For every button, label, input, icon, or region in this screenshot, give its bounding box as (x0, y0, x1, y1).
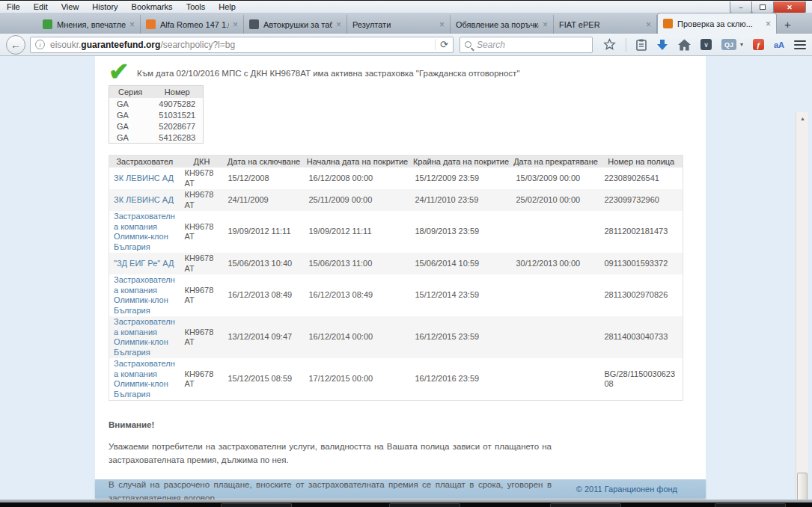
policy-cell: КН9678АТ (180, 316, 224, 358)
policy-cell: 15/06/2014 10:59 (411, 253, 512, 274)
close-window-button[interactable]: ✕ (773, 1, 806, 13)
downloads-icon[interactable] (656, 39, 668, 51)
insurer-name[interactable]: "ЗД ЕИГ Ре" АД (109, 253, 180, 274)
sticker-col-header: Номер (151, 86, 203, 99)
tab-close-icon[interactable]: × (129, 21, 135, 28)
url-bar[interactable]: i eisoukr.guaranteefund.org/searchpolicy… (30, 37, 454, 53)
policy-col-header: Дата на сключване (224, 156, 305, 168)
minimize-button[interactable]: – (730, 1, 752, 13)
menu-view[interactable]: View (55, 1, 86, 12)
browser-tab[interactable]: Автокрушки за таб...× (244, 15, 347, 34)
search-input[interactable]: Search (460, 37, 593, 53)
menu-file[interactable]: File (0, 1, 27, 12)
sticker-row: GA49075282 (109, 98, 204, 109)
browser-tab[interactable]: FIAT ePER× (554, 15, 657, 34)
vertical-scrollbar[interactable]: ▲ ▼ (796, 112, 808, 507)
tab-label: FIAT ePER (559, 20, 642, 29)
warning-title: Внимание! (109, 420, 552, 429)
menu-help[interactable]: Help (212, 1, 242, 12)
policy-cell: КН9678АТ (180, 168, 224, 189)
maximize-icon (760, 4, 766, 10)
insurer-name[interactable]: ЗК ЛЕВИНС АД (109, 168, 180, 189)
tab-close-icon[interactable]: × (233, 21, 238, 28)
browser-tab[interactable]: Alfa Romeo 147 1.6 ...× (141, 15, 244, 34)
menu-bookmarks[interactable]: Bookmarks (125, 1, 180, 12)
tab-bar: Мнения, впечатле...×Alfa Romeo 147 1.6 .… (0, 13, 812, 34)
menu-hamburger-icon[interactable] (794, 40, 806, 49)
browser-window: FileEditViewHistoryBookmarksToolsHelp – … (0, 0, 812, 507)
url-domain: guaranteefund.org (81, 40, 160, 50)
new-tab-button[interactable]: + (777, 18, 799, 34)
insurer-name[interactable]: Застрахователна компания Олимпик-клон Бъ… (109, 211, 180, 253)
insurer-name[interactable]: ЗК ЛЕВИНС АД (109, 189, 180, 211)
policy-cell: 17/12/2015 00:00 (305, 358, 411, 401)
sticker-series: GA (109, 98, 152, 109)
browser-tab[interactable]: Обявление за поръчка× (451, 15, 554, 34)
policy-cell: 15/06/2013 10:40 (224, 253, 305, 274)
policy-cell: 16/12/2008 00:00 (305, 168, 411, 189)
sticker-row: GA54126283 (109, 132, 204, 144)
flash-plugin-icon[interactable]: f (753, 39, 764, 50)
sticker-number: 51031521 (151, 109, 203, 120)
policy-cell: 25/11/2009 00:00 (305, 189, 411, 211)
browser-tab[interactable]: Резултати× (347, 15, 451, 34)
insurer-name[interactable]: Застрахователна компания Олимпик-клон Бъ… (109, 274, 180, 316)
sticker-col-header: Серия (109, 86, 152, 99)
taskbar-button[interactable] (389, 503, 460, 507)
sticker-number: 52028677 (151, 120, 203, 132)
home-icon[interactable] (678, 39, 691, 51)
policy-col-header: Застраховател (109, 156, 180, 168)
policy-cell: 09113001593372 (600, 253, 683, 274)
back-button[interactable]: ← (6, 35, 25, 55)
taskbar-button[interactable] (715, 503, 786, 507)
insurer-name[interactable]: Застрахователна компания Олимпик-клон Бъ… (109, 358, 180, 401)
shop-favicon (249, 19, 259, 29)
policy-cell: 24/11/2010 23:59 (411, 189, 512, 211)
policy-cell: 15/12/2015 08:59 (224, 358, 305, 401)
policy-cell: 13/12/2014 09:47 (224, 316, 305, 358)
reload-icon[interactable]: ⟳ (435, 39, 448, 50)
tab-close-icon[interactable]: × (439, 21, 445, 28)
sticker-table: СерияНомер GA49075282GA51031521GA5202867… (109, 85, 204, 144)
menu-edit[interactable]: Edit (27, 1, 55, 12)
tab-close-icon[interactable]: × (336, 21, 341, 28)
scroll-up-icon[interactable]: ▲ (796, 112, 809, 124)
tab-label: Мнения, впечатле... (57, 20, 126, 29)
policy-cell: 30/12/2013 00:00 (512, 253, 600, 274)
chevron-down-icon[interactable]: ▾ (740, 41, 743, 48)
translate-icon[interactable]: aA (774, 40, 784, 49)
success-check-icon: ✔ (109, 61, 137, 83)
policy-cell (512, 316, 600, 358)
policy-table-body: ЗК ЛЕВИНС АДКН9678АТ15/12/200816/12/2008… (109, 168, 683, 401)
browser-tab-active[interactable]: Проверка за склю...× (657, 13, 777, 34)
pocket-icon[interactable]: ∨ (700, 39, 712, 50)
tab-close-icon[interactable]: × (766, 20, 771, 28)
menu-tools[interactable]: Tools (180, 1, 213, 12)
policy-cell: 28112002181473 (600, 211, 683, 253)
policy-cell: 28113002970826 (600, 274, 683, 316)
site-info-icon[interactable]: i (35, 40, 45, 49)
reading-list-icon[interactable] (636, 39, 647, 51)
policy-cell: КН9678АТ (180, 211, 224, 253)
sticker-number: 54126283 (151, 132, 203, 144)
forum-favicon (43, 19, 52, 29)
browser-tab[interactable]: Мнения, впечатле...× (37, 15, 141, 34)
qj-extension-icon[interactable]: QJ (721, 39, 736, 50)
tab-close-icon[interactable]: × (543, 21, 548, 28)
policy-cell: 16/12/2014 00:00 (305, 316, 411, 358)
menu-history[interactable]: History (85, 1, 124, 12)
policy-cell (512, 211, 600, 253)
tab-label: Автокрушки за таб... (263, 20, 332, 29)
policy-col-header: Дата на прекратяване (512, 156, 600, 168)
maximize-button[interactable] (751, 1, 774, 13)
bookmark-star-icon[interactable] (603, 38, 616, 51)
insurer-name[interactable]: Застрахователна компания Олимпик-клон Бъ… (109, 316, 180, 358)
policy-cell (512, 274, 600, 316)
warning-paragraph: Уважаеми потребители на застрахователни … (109, 440, 552, 467)
policy-col-header: Крайна дата на покритие (411, 156, 512, 168)
tab-close-icon[interactable]: × (646, 21, 651, 28)
policy-cell: 15/12/2014 23:59 (411, 274, 512, 316)
sticker-series: GA (109, 120, 152, 132)
taskbar-button[interactable] (550, 503, 621, 507)
taskbar-button[interactable] (221, 503, 292, 507)
